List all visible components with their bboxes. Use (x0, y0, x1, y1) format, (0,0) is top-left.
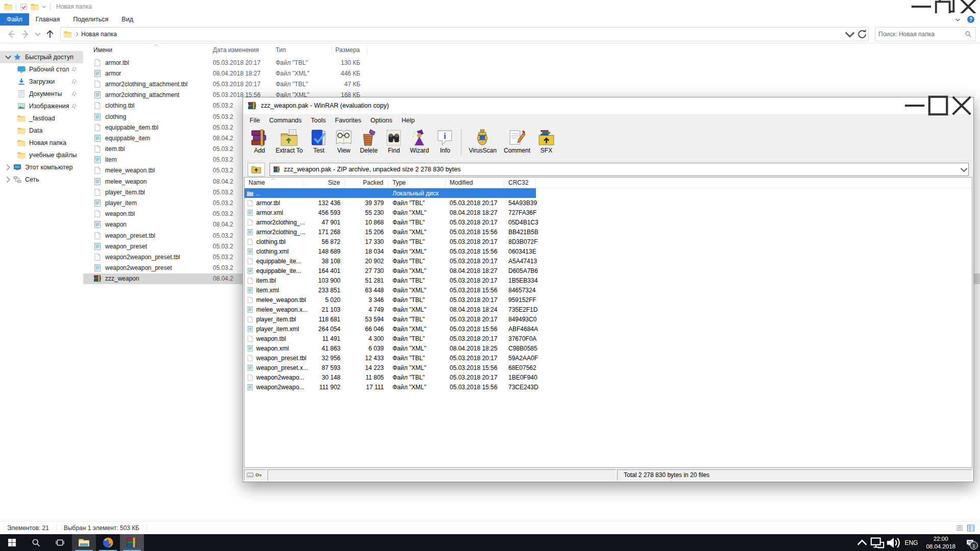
clock[interactable]: 22:00 08.04.2018 (922, 535, 960, 550)
language-indicator[interactable]: ENG (900, 539, 922, 546)
file-row[interactable]: armor2clothing_attachment.tbl05.03.2018 … (83, 79, 980, 89)
archive-row[interactable]: armor2clothing_...47 90110 868Файл "TBL"… (244, 217, 536, 227)
archive-row[interactable]: weapon2weapo...111 90217 111Файл "XML"05… (244, 382, 536, 392)
archive-row[interactable]: armor.xml456 59355 230Файл "XML"08.04.20… (244, 208, 536, 217)
column-header[interactable]: Дата изменения (213, 45, 276, 55)
archive-row[interactable]: melee_weapon.x...21 1034 749Файл "XML"08… (244, 305, 536, 314)
explorer-titlebar[interactable]: Новая папка (0, 0, 980, 13)
tray-chevron-up-icon[interactable] (854, 534, 870, 551)
taskbar-button-firefox[interactable] (96, 534, 120, 551)
restore-button[interactable] (933, 0, 957, 13)
toolbar-button-add[interactable]: Add (247, 128, 272, 155)
sidebar-item-downloads[interactable]: Загрузки (0, 76, 83, 88)
back-button[interactable] (5, 28, 17, 40)
sidebar-item-this-pc[interactable]: Этот компьютер (0, 161, 83, 173)
sidebar-item-documents[interactable]: Документы (0, 88, 83, 100)
list-view-icon[interactable] (955, 524, 964, 532)
volume-icon[interactable] (885, 534, 900, 551)
archive-row[interactable]: equippable_ite...38 10820 902Файл "TBL"0… (244, 256, 536, 266)
sidebar-item-desktop[interactable]: Рабочий стол (0, 63, 83, 76)
column-header[interactable]: Тип (276, 45, 332, 55)
column-header[interactable]: Размера (332, 45, 368, 55)
archive-row[interactable]: item.xml233 85163 448Файл "XML"05.03.201… (244, 285, 536, 295)
chevron-right-icon[interactable] (4, 163, 12, 171)
details-view-icon[interactable] (967, 524, 975, 532)
chevron-right-icon[interactable] (4, 176, 12, 184)
network-icon[interactable] (870, 534, 885, 551)
search-input[interactable] (875, 31, 965, 38)
file-row[interactable]: armor08.04.2018 18:27Файл "XML"446 КБ (83, 68, 980, 79)
archive-column-header[interactable]: Size (303, 178, 345, 188)
ribbon-tab-home[interactable]: Главная (29, 13, 67, 26)
sidebar-item-study-files[interactable]: учебные файлы (0, 149, 83, 161)
breadcrumb[interactable]: Новая папка (81, 31, 117, 38)
menu-item[interactable]: Help (397, 114, 420, 127)
archive-column-header[interactable]: Type (388, 178, 446, 188)
drive-icon[interactable] (247, 472, 254, 478)
help-icon[interactable]: ? (967, 15, 975, 23)
refresh-icon[interactable] (856, 28, 868, 40)
archive-column-header[interactable]: Packed (345, 178, 388, 188)
archive-row[interactable]: weapon_preset.tbl32 95612 433Файл "TBL"0… (244, 353, 536, 363)
menu-item[interactable]: Options (366, 114, 397, 127)
menu-item[interactable]: Tools (306, 114, 330, 127)
archive-row[interactable]: melee_weapon.tbl5 0203 346Файл "TBL"05.0… (244, 295, 536, 305)
minimize-button[interactable] (910, 0, 933, 13)
toolbar-button-test[interactable]: Test (306, 128, 331, 155)
up-one-level-button[interactable] (248, 163, 265, 177)
up-button[interactable] (44, 28, 56, 40)
taskbar-button-start[interactable] (0, 534, 24, 551)
action-center-button[interactable]: 1 (960, 534, 980, 551)
sidebar-item-fastload[interactable]: _fastload (0, 112, 83, 124)
archive-row[interactable]: weapon.tbl11 4914 300Файл "TBL"05.03.201… (244, 334, 536, 343)
ribbon-tab-view[interactable]: Вид (115, 13, 140, 26)
sidebar-item-new-folder[interactable]: Новая папка (0, 137, 83, 149)
toolbar-button-delete[interactable]: Delete (356, 128, 381, 155)
chevron-down-icon[interactable] (4, 53, 12, 61)
column-header[interactable]: Имени (83, 45, 213, 55)
combo-dropdown-icon[interactable] (960, 163, 968, 176)
toolbar-button-info[interactable]: iInfo (432, 128, 457, 155)
sidebar-item-pictures[interactable]: Изображения (0, 100, 83, 112)
recent-locations-chevron-icon[interactable] (34, 28, 42, 40)
toolbar-button-virusscan[interactable]: VirusScan (465, 128, 500, 155)
archive-row[interactable]: item.tbl103 90051 281Файл "TBL"05.03.201… (244, 276, 536, 285)
toolbar-button-comment[interactable]: Comment (500, 128, 534, 155)
sidebar-item-data[interactable]: Data (0, 124, 83, 137)
maximize-button[interactable] (926, 97, 950, 114)
properties-icon[interactable] (20, 3, 28, 11)
archive-row[interactable]: weapon_preset.x...87 59314 223Файл "XML"… (244, 363, 536, 372)
menu-item[interactable]: Favorites (330, 114, 365, 127)
archive-row[interactable]: clothing.xml148 68918 034Файл "XML"05.03… (244, 246, 536, 256)
minimize-button[interactable] (903, 97, 926, 114)
archive-row[interactable]: weapon.xml41 8636 039Файл "XML"08.04.201… (244, 343, 536, 353)
ribbon-tab-share[interactable]: Поделиться (66, 13, 115, 26)
address-bar[interactable]: Новая папка (60, 27, 869, 41)
menu-item[interactable]: File (245, 114, 264, 127)
archive-column-header[interactable]: CRC32 (504, 178, 536, 188)
archive-row[interactable]: equippable_ite...164 40127 730Файл "XML"… (244, 266, 536, 276)
taskbar-button-task-view[interactable] (48, 534, 72, 551)
toolbar-button-view[interactable]: View (331, 128, 356, 155)
file-row[interactable]: armor.tbl05.03.2018 20:17Файл "TBL"130 К… (83, 57, 980, 68)
new-folder-icon[interactable] (31, 3, 39, 11)
close-button[interactable] (950, 97, 973, 114)
toolbar-button-sfx[interactable]: SFX (534, 128, 559, 155)
archive-column-header[interactable]: Modified (446, 178, 504, 188)
close-button[interactable] (957, 0, 980, 13)
key-icon[interactable] (255, 472, 262, 478)
toolbar-button-wizard[interactable]: Wizard (406, 128, 432, 155)
taskbar-button-explorer[interactable] (72, 534, 96, 551)
archive-row[interactable]: armor2clothing_...171 26815 206Файл "XML… (244, 227, 536, 237)
archive-row[interactable]: ..Локальный диск (244, 188, 536, 198)
search-icon[interactable] (965, 31, 972, 38)
sidebar-item-quick-access[interactable]: Быстрый доступ (0, 51, 83, 63)
toolbar-button-find[interactable]: Find (381, 128, 406, 155)
archive-row[interactable]: player_item.tbl118 68153 594Файл "TBL"05… (244, 314, 536, 324)
taskbar-button-search[interactable] (24, 534, 48, 551)
ribbon-tab-file[interactable]: Файл (0, 13, 29, 26)
ribbon-expand-chevron-icon[interactable] (955, 17, 961, 22)
archive-path-combo[interactable]: zzz_weapon.pak - ZIP archive, unpacked s… (270, 163, 969, 176)
address-dropdown-icon[interactable] (844, 28, 856, 40)
archive-row[interactable]: weapon2weapo...30 14811 805Файл "TBL"05.… (244, 372, 536, 382)
